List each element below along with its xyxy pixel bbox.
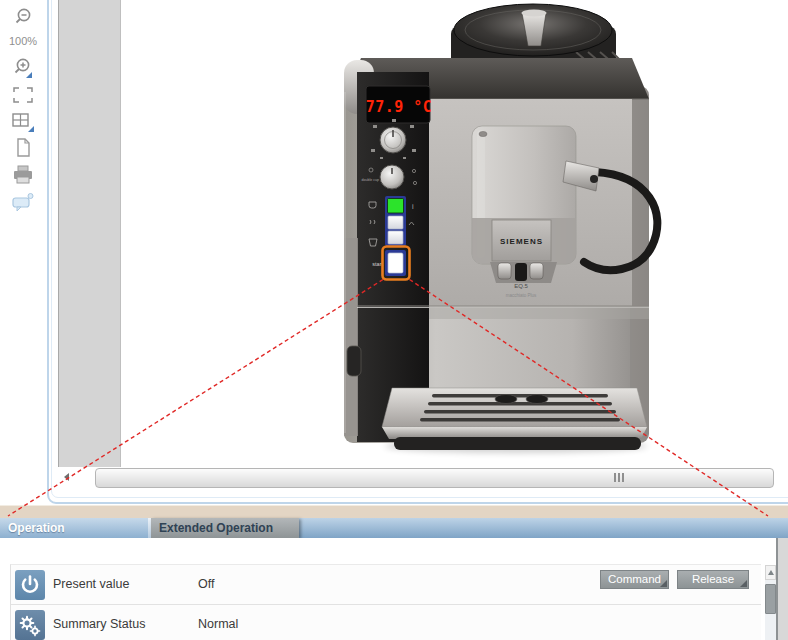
tab-operation[interactable]: Operation	[0, 518, 148, 538]
split-view-button[interactable]	[0, 109, 46, 133]
canvas-side-panel	[58, 0, 121, 467]
panel-edge-fill	[778, 538, 788, 640]
print-button[interactable]	[0, 163, 46, 187]
faceplate-panel: Operation Extended Operation Present val…	[0, 505, 788, 640]
hot-water-button[interactable]	[388, 231, 403, 244]
scrollbar-thumb[interactable]	[765, 584, 776, 614]
zoom-level-label: 100%	[0, 35, 46, 47]
power-indicator-button[interactable]	[388, 199, 404, 214]
comment-button[interactable]	[0, 191, 46, 215]
faceplate-header-strip	[0, 505, 788, 519]
hmi-runtime-window: 100%	[0, 0, 788, 640]
tab-extended-operation[interactable]: Extended Operation	[151, 518, 299, 538]
release-button[interactable]: Release	[677, 570, 749, 589]
start-button[interactable]	[388, 253, 403, 273]
faceplate-tabbar: Operation Extended Operation	[0, 518, 788, 538]
page-icon	[11, 136, 35, 160]
split-view-icon	[10, 109, 36, 133]
comment-icon	[10, 191, 36, 215]
steam-button[interactable]	[388, 216, 403, 229]
scroll-up-arrow[interactable]	[765, 565, 776, 580]
view-toolbar: 100%	[0, 0, 46, 502]
summary-status-label: Summary Status	[53, 605, 145, 640]
faceplate-content: Present value Off Command Release	[0, 538, 788, 640]
command-button[interactable]: Command	[600, 570, 669, 589]
present-value-label: Present value	[53, 565, 129, 604]
zoom-out-button[interactable]	[0, 6, 46, 30]
parameter-card: Present value Off Command Release	[10, 564, 761, 640]
horizontal-scrollbar[interactable]	[95, 468, 774, 488]
present-value: Off	[198, 565, 214, 604]
gears-icon	[15, 610, 45, 640]
power-icon	[15, 570, 45, 600]
zoom-in-icon	[11, 57, 35, 81]
scroll-left-arrow[interactable]	[64, 473, 69, 481]
summary-status-row: Summary Status Normal	[11, 605, 761, 640]
summary-status-value: Normal	[198, 605, 238, 640]
coffee-strength-knob[interactable]	[380, 127, 406, 153]
scrollbar-grip-icon	[614, 473, 626, 482]
print-icon	[10, 163, 36, 187]
page-layout-button[interactable]	[0, 136, 46, 160]
zoom-in-button[interactable]	[0, 57, 46, 81]
zoom-out-icon	[11, 6, 35, 30]
zoom-area-icon	[10, 84, 36, 106]
faceplate-scrollbar[interactable]	[765, 565, 776, 640]
cup-size-knob[interactable]	[380, 165, 404, 189]
present-value-row: Present value Off Command Release	[11, 565, 761, 605]
zoom-area-button[interactable]	[0, 83, 46, 107]
screen-frame-inner	[51, 0, 788, 498]
